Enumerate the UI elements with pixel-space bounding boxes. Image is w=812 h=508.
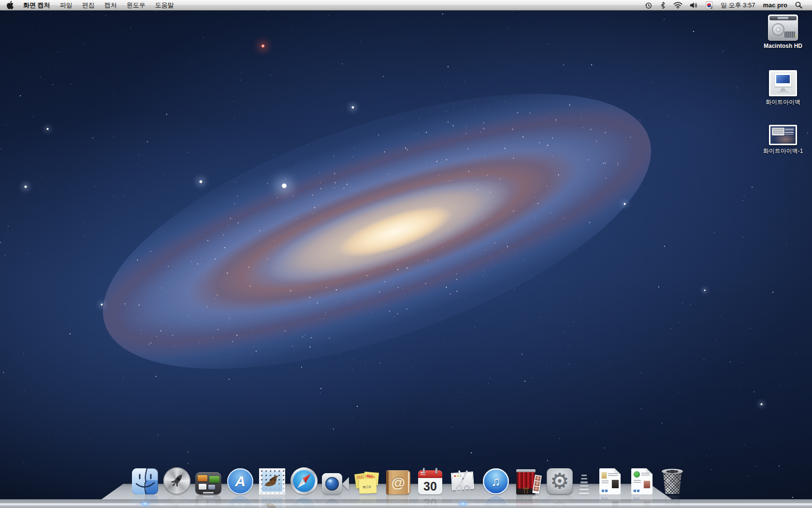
star [505, 102, 505, 102]
star [292, 345, 293, 346]
star [379, 362, 380, 363]
dock-item-system-preferences[interactable]: ⚙ ⚙ [547, 467, 573, 494]
star [679, 322, 679, 323]
image-file-icon [769, 70, 797, 96]
dock-item-address-book[interactable]: @ @ [386, 467, 410, 494]
dock-item-facetime[interactable] [322, 467, 349, 494]
star [232, 101, 232, 102]
dock-item-document-2[interactable] [631, 467, 652, 494]
star [311, 337, 312, 338]
star [651, 54, 652, 54]
menu-file[interactable]: 파일 [55, 0, 77, 11]
star [253, 301, 254, 302]
star [730, 361, 731, 362]
star [85, 236, 85, 237]
time-machine-icon [645, 1, 652, 9]
star [554, 405, 555, 406]
dock-item-mail[interactable] [259, 467, 285, 494]
menu-help[interactable]: 도움말 [150, 0, 179, 11]
star [254, 346, 254, 347]
star [24, 390, 25, 391]
star [548, 44, 548, 44]
system-preferences-icon: ⚙ [547, 468, 573, 494]
desktop-icon-macintosh-hd[interactable]: Macintosh HD [749, 15, 812, 49]
star [644, 376, 645, 376]
facetime-icon [322, 473, 349, 494]
star [662, 423, 663, 424]
dock-item-mission-control[interactable] [195, 467, 221, 494]
star [466, 297, 466, 297]
dock-item-finder[interactable] [132, 467, 158, 494]
volume-icon [690, 2, 698, 9]
star [720, 394, 721, 395]
input-source-menu[interactable]: 2 [702, 0, 717, 11]
star [546, 365, 547, 365]
dock-item-ical[interactable]: 30 30 [418, 467, 442, 494]
app-store-icon: A [227, 468, 253, 494]
star [795, 353, 796, 354]
volume-menu[interactable] [686, 0, 702, 11]
user-menu[interactable]: mac pro [759, 1, 791, 9]
star [398, 235, 398, 235]
star [596, 387, 597, 387]
star [420, 96, 420, 96]
star [485, 156, 485, 157]
desktop: 화면 캡처 파일 편집 캡처 윈도우 도움말 [0, 0, 812, 508]
wifi-menu[interactable] [669, 0, 686, 11]
star [95, 186, 96, 187]
menu-window[interactable]: 윈도우 [122, 0, 150, 11]
bright-star [760, 403, 763, 405]
bluetooth-menu[interactable] [656, 0, 669, 11]
dock-item-document-1[interactable] [599, 467, 621, 494]
star [271, 431, 272, 431]
dock-item-stickies[interactable]: 555-7961 Eggs Milk 555-7961 Eggs Milk [354, 467, 379, 494]
star [189, 61, 190, 62]
star [428, 235, 428, 235]
star [535, 284, 535, 285]
apple-menu[interactable] [0, 0, 18, 11]
star [747, 476, 747, 476]
spotlight-menu[interactable] [791, 0, 806, 11]
time-machine-menu[interactable] [641, 0, 656, 11]
star [743, 200, 743, 201]
desktop-icon-white-imac[interactable]: 화이트아이맥 [749, 70, 812, 106]
running-indicator-grab [459, 502, 467, 506]
star [274, 240, 275, 241]
grab-screenshot-icon [450, 470, 476, 494]
star [203, 37, 203, 38]
dock-item-safari[interactable] [290, 467, 318, 494]
bluetooth-icon [660, 1, 666, 9]
input-source-badge: 2 [710, 6, 712, 9]
star [245, 299, 246, 299]
desktop-icon-label: Macintosh HD [749, 43, 812, 49]
dock-item-grab[interactable] [450, 467, 476, 494]
star [522, 354, 522, 355]
andromeda-galaxy [71, 37, 683, 425]
star [383, 76, 384, 77]
star [704, 359, 704, 359]
star [414, 134, 414, 134]
star [48, 66, 49, 66]
star [573, 322, 574, 322]
image-file-icon [769, 125, 797, 145]
dock-item-itunes[interactable]: ♫ ♫ [483, 467, 509, 494]
dock-item-photo-booth[interactable] [515, 467, 540, 494]
star [779, 465, 780, 466]
menu-edit[interactable]: 편집 [77, 0, 100, 11]
dock-item-launchpad[interactable] [163, 467, 190, 494]
star [0, 149, 1, 149]
dock-item-trash[interactable] [661, 467, 683, 494]
star [720, 316, 721, 317]
clock-menu[interactable]: 일 오후 3:57 [717, 1, 759, 10]
star [52, 84, 53, 85]
menu-capture[interactable]: 캡처 [100, 0, 122, 11]
star [723, 351, 723, 352]
star [361, 100, 361, 100]
star [212, 337, 213, 338]
trash-icon [661, 468, 683, 494]
dock-item-app-store[interactable]: A A [227, 467, 253, 494]
menu-app-name[interactable]: 화면 캡처 [18, 0, 55, 11]
desktop-icon-white-imac-1[interactable]: 화이트아이맥-1 [749, 125, 812, 155]
star [559, 438, 560, 439]
star [792, 497, 793, 498]
